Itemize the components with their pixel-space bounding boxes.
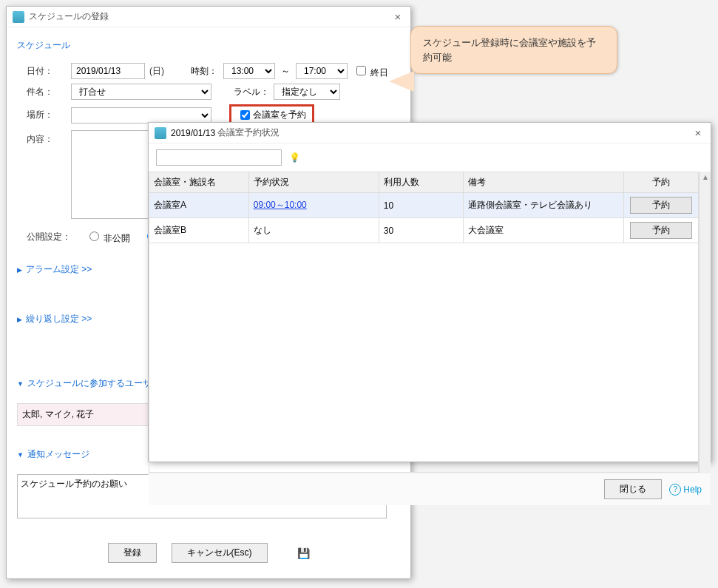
cell-status: 09:00～10:00 bbox=[248, 193, 379, 218]
cell-note: 大会議室 bbox=[463, 218, 624, 243]
room-reservation-window: 2019/01/13 会議室予約状況 × 💡 会議室・施設名 予約状況 利用人数… bbox=[148, 122, 711, 462]
place-label: 場所： bbox=[27, 109, 71, 121]
section-schedule-label: スケジュール bbox=[17, 39, 400, 52]
col-capacity[interactable]: 利用人数 bbox=[379, 172, 463, 193]
time-label: 時刻： bbox=[191, 65, 217, 78]
search-input[interactable] bbox=[156, 149, 282, 166]
time-from-select[interactable]: 13:00 bbox=[223, 63, 275, 79]
cancel-button[interactable]: キャンセル(Esc) bbox=[172, 543, 268, 563]
tilde: ～ bbox=[281, 65, 290, 78]
cell-room-name: 会議室B bbox=[149, 218, 249, 243]
calendar-icon bbox=[13, 11, 24, 23]
subject-label: 件名： bbox=[27, 86, 71, 98]
calendar-icon bbox=[155, 127, 166, 139]
save-icon[interactable]: 💾 bbox=[297, 547, 310, 559]
subject-select[interactable]: 打合せ bbox=[71, 84, 211, 100]
place-select[interactable] bbox=[71, 107, 211, 124]
col-status[interactable]: 予約状況 bbox=[248, 172, 379, 193]
col-room-name[interactable]: 会議室・施設名 bbox=[149, 172, 249, 193]
cell-note: 通路側会議室・テレビ会議あり bbox=[463, 193, 624, 218]
cell-room-name: 会議室A bbox=[149, 193, 249, 218]
cell-capacity: 10 bbox=[379, 193, 463, 218]
allday-checkbox[interactable] bbox=[356, 66, 366, 75]
footer-buttons: 登録 キャンセル(Esc) 💾 bbox=[17, 535, 400, 570]
allday-checkbox-label[interactable]: 終日 bbox=[353, 64, 388, 79]
vertical-scrollbar[interactable]: ▴ bbox=[699, 172, 711, 473]
grid-empty-area bbox=[149, 243, 699, 473]
res-title-text: 会議室予約状況 bbox=[217, 126, 691, 139]
col-note[interactable]: 備考 bbox=[463, 172, 624, 193]
res-titlebar: 2019/01/13 会議室予約状況 × bbox=[149, 123, 711, 143]
visibility-label: 公開設定： bbox=[27, 231, 86, 243]
close-icon[interactable]: × bbox=[691, 126, 705, 139]
reserve-button[interactable]: 予約 bbox=[630, 222, 692, 239]
reserve-room-checkbox[interactable] bbox=[240, 110, 250, 120]
status-time-link[interactable]: 09:00～10:00 bbox=[254, 200, 307, 210]
col-reserve[interactable]: 予約 bbox=[624, 172, 699, 193]
reserve-room-label: 会議室を予約 bbox=[253, 109, 306, 121]
help-link[interactable]: Help bbox=[669, 484, 702, 496]
date-label: 日付： bbox=[27, 65, 71, 78]
cell-status: なし bbox=[248, 218, 379, 243]
register-button[interactable]: 登録 bbox=[108, 543, 157, 563]
label-label: ラベル： bbox=[234, 86, 269, 98]
day-of-week: (日) bbox=[149, 65, 164, 78]
close-icon[interactable]: × bbox=[391, 10, 404, 23]
reserve-button[interactable]: 予約 bbox=[630, 197, 692, 214]
window-title: スケジュールの登録 bbox=[29, 10, 391, 23]
res-title-date: 2019/01/13 bbox=[171, 128, 215, 138]
table-row[interactable]: 会議室Bなし30大会議室予約 bbox=[149, 218, 699, 243]
close-button[interactable]: 閉じる bbox=[604, 479, 662, 499]
bulb-icon[interactable]: 💡 bbox=[289, 152, 300, 163]
visibility-private[interactable]: 非公開 bbox=[86, 229, 130, 245]
date-input[interactable] bbox=[71, 63, 145, 79]
callout-reserve-room: スケジュール登録時に会議室や施設を予約可能 bbox=[410, 26, 617, 74]
table-row[interactable]: 会議室A09:00～10:0010通路側会議室・テレビ会議あり予約 bbox=[149, 193, 699, 218]
time-to-select[interactable]: 17:00 bbox=[296, 63, 348, 79]
titlebar: スケジュールの登録 × bbox=[7, 7, 410, 27]
reservation-grid: 会議室・施設名 予約状況 利用人数 備考 予約 会議室A09:00～10:001… bbox=[149, 172, 699, 243]
label-select[interactable]: 指定なし bbox=[274, 84, 340, 100]
cell-capacity: 30 bbox=[379, 218, 463, 243]
content-label: 内容： bbox=[27, 130, 71, 146]
